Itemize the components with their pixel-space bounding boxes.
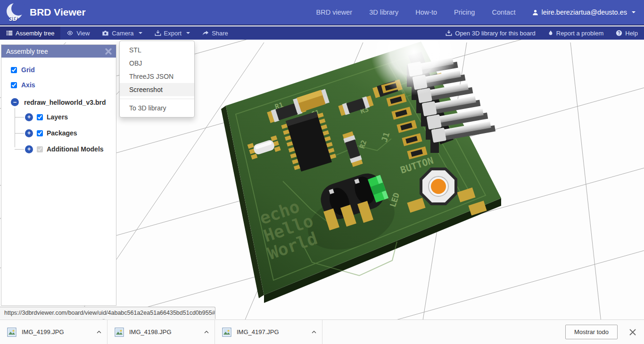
nav-brd-viewer[interactable]: BRD viewer	[316, 8, 353, 16]
axis-label: Axis	[21, 81, 35, 89]
download-filename: IMG_4197.JPG	[237, 328, 306, 336]
export-menu-item-screenshot[interactable]: Screenshot	[120, 83, 194, 96]
user-email: leire.bereziartua@deusto.es	[541, 8, 627, 16]
tree-root-node: redraw_helloworld_v3.brd	[11, 98, 112, 106]
user-icon	[532, 9, 538, 16]
download-item[interactable]: IMG_4198.JPG	[107, 320, 215, 344]
image-file-icon	[114, 327, 124, 337]
grid-label: Grid	[21, 66, 35, 74]
nav-3d-library[interactable]: 3D library	[369, 8, 398, 16]
eye-icon	[66, 30, 74, 36]
download-filename: IMG_4198.JPG	[129, 328, 198, 336]
assembly-tree-panel: Assembly tree Grid Axis redraw_helloworl…	[1, 44, 116, 306]
close-icon[interactable]	[105, 48, 112, 55]
viewer-toolbar: Assembly tree View Camera Export Share	[0, 26, 644, 40]
chevron-down-icon	[632, 11, 636, 13]
toolbar-camera-label: Camera	[112, 30, 133, 37]
toolbar-assembly-tree-button[interactable]: Assembly tree	[0, 26, 60, 40]
toolbar-camera-button[interactable]: Camera	[96, 26, 148, 40]
additional-models-label: Additional Models	[47, 145, 104, 153]
tree-node-layers: Layers	[25, 112, 112, 122]
question-circle-icon	[616, 30, 622, 36]
download-item[interactable]: IMG_4199.JPG	[0, 320, 107, 344]
camera-icon	[102, 30, 109, 36]
show-all-downloads-button[interactable]: Mostrar todo	[565, 325, 618, 339]
nav-pricing[interactable]: Pricing	[454, 8, 475, 16]
downloads-bar-right: Mostrar todo	[565, 325, 644, 339]
tree-root-label: redraw_helloworld_v3.brd	[24, 99, 106, 106]
brand-title: BRD Viewer	[30, 7, 86, 18]
user-menu[interactable]: leire.bereziartua@deusto.es	[532, 8, 636, 16]
layers-checkbox[interactable]	[37, 114, 43, 120]
toolbar-share-button[interactable]: Share	[196, 26, 234, 40]
axis-checkbox[interactable]	[11, 82, 17, 88]
export-dropdown-menu: STL OBJ ThreeJS JSON Screenshot To 3D li…	[119, 41, 195, 117]
collapse-icon[interactable]	[11, 98, 19, 106]
menu-divider	[120, 99, 194, 99]
top-navbar: 3D BRD Viewer BRD viewer 3D library How-…	[0, 0, 644, 25]
packages-checkbox[interactable]	[37, 130, 43, 136]
close-downloads-bar-icon[interactable]	[629, 328, 636, 336]
expand-icon[interactable]	[25, 113, 33, 121]
chevron-down-icon	[139, 32, 142, 34]
assembly-tree-panel-header: Assembly tree	[1, 45, 116, 58]
help-label: Help	[625, 30, 638, 37]
report-problem-label: Report a problem	[556, 30, 603, 37]
layers-label: Layers	[47, 113, 68, 121]
help-button[interactable]: Help	[610, 30, 644, 37]
toolbar-view-label: View	[76, 30, 90, 37]
nav-how-to[interactable]: How-to	[415, 8, 437, 16]
download-filename: IMG_4199.JPG	[22, 328, 91, 336]
brand[interactable]: 3D BRD Viewer	[6, 2, 86, 22]
image-file-icon	[7, 327, 17, 337]
toolbar-export-button[interactable]: Export	[149, 26, 197, 40]
nav-contact[interactable]: Contact	[492, 8, 515, 16]
tree-children: Layers Packages Additional Models	[15, 112, 112, 154]
expand-icon[interactable]	[25, 145, 33, 153]
packages-label: Packages	[47, 129, 77, 137]
toolbar-share-label: Share	[212, 30, 228, 37]
share-arrow-icon	[202, 30, 209, 36]
report-problem-button[interactable]: Report a problem	[542, 30, 610, 37]
export-icon	[155, 30, 161, 36]
export-menu-item-stl[interactable]: STL	[120, 43, 194, 57]
nav-links: BRD viewer 3D library How-to Pricing Con…	[316, 8, 636, 16]
assembly-tree-body: Grid Axis redraw_helloworld_v3.brd Layer…	[1, 58, 116, 164]
toolbar-view-button[interactable]: View	[60, 26, 96, 40]
list-icon	[6, 30, 13, 36]
toolbar-assembly-tree-label: Assembly tree	[16, 30, 54, 37]
export-menu-item-threejs-json[interactable]: ThreeJS JSON	[120, 70, 194, 83]
tree-node-packages: Packages	[25, 128, 112, 138]
axis-toggle-row: Axis	[11, 81, 112, 89]
export-menu-item-to-3d-library[interactable]: To 3D library	[120, 101, 194, 115]
export-icon	[446, 30, 452, 36]
chevron-up-icon[interactable]	[311, 329, 317, 336]
open-3d-library-button[interactable]: Open 3D library for this board	[439, 30, 542, 37]
downloads-bar: IMG_4199.JPG IMG_4198.JPG IMG_4197.JPG M…	[0, 319, 644, 344]
toolbar-right-group: Open 3D library for this board Report a …	[439, 30, 644, 37]
panel-title: Assembly tree	[6, 48, 105, 55]
chevron-up-icon[interactable]	[203, 329, 210, 336]
chevron-down-icon	[186, 32, 190, 34]
fire-icon	[548, 30, 553, 36]
brd-viewer-logo-icon: 3D	[6, 2, 25, 22]
grid-toggle-row: Grid	[11, 66, 112, 74]
expand-icon[interactable]	[25, 129, 33, 137]
export-menu-item-obj[interactable]: OBJ	[120, 57, 194, 70]
link-preview-status-bar: https://3dbrdviewer.com/board/view/uid/4…	[0, 307, 215, 319]
additional-models-checkbox	[37, 146, 43, 152]
grid-checkbox[interactable]	[11, 67, 17, 73]
chevron-up-icon[interactable]	[96, 329, 102, 336]
open-3d-library-label: Open 3D library for this board	[455, 30, 536, 37]
image-file-icon	[222, 327, 232, 337]
download-item[interactable]: IMG_4197.JPG	[215, 320, 322, 344]
toolbar-export-label: Export	[164, 30, 182, 37]
tree-node-additional-models: Additional Models	[25, 144, 112, 154]
button-cap	[431, 179, 446, 194]
